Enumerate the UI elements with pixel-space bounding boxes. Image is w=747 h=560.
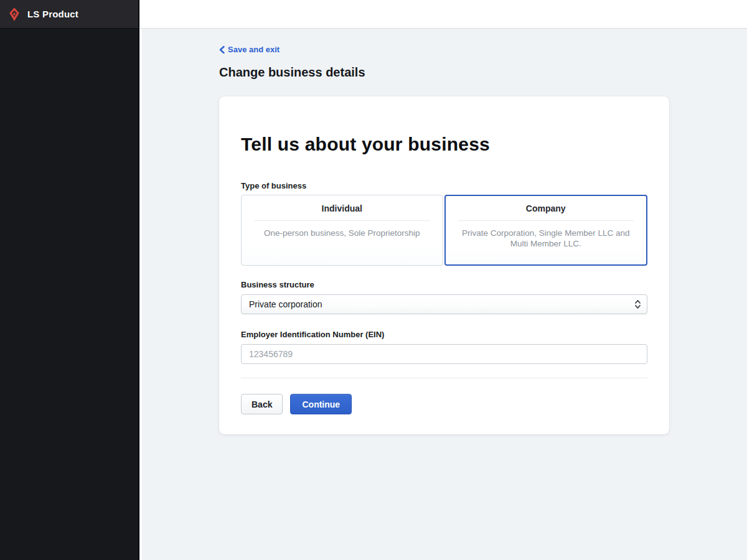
option-description: One-person business, Sole Proprietorship: [258, 228, 426, 238]
business-details-card: Tell us about your business Type of busi…: [219, 96, 669, 434]
option-description: Private Corporation, Single Member LLC a…: [462, 228, 631, 249]
button-row: Back Continue: [241, 394, 647, 414]
type-of-business-label: Type of business: [241, 181, 647, 190]
ein-input[interactable]: [241, 344, 647, 364]
option-divider: [254, 220, 430, 221]
card-heading: Tell us about your business: [241, 133, 647, 156]
save-and-exit-label: Save and exit: [228, 45, 280, 54]
option-title: Company: [446, 203, 647, 213]
page-title: Change business details: [219, 65, 365, 80]
save-and-exit-link[interactable]: Save and exit: [219, 45, 280, 54]
back-button[interactable]: Back: [241, 394, 283, 414]
chevron-left-icon: [219, 46, 225, 54]
ein-label: Employer Identification Number (EIN): [241, 330, 647, 339]
business-structure-value: Private corporation: [249, 299, 322, 309]
sidebar-header: LS Product: [0, 0, 138, 29]
content-area: Save and exit Change business details Te…: [141, 29, 747, 560]
option-card-individual[interactable]: Individual One-person business, Sole Pro…: [241, 195, 443, 266]
option-card-company[interactable]: Company Private Corporation, Single Memb…: [444, 195, 648, 266]
product-name: LS Product: [27, 9, 78, 19]
option-divider: [458, 220, 634, 221]
option-title: Individual: [242, 203, 443, 213]
sidebar: LS Product: [0, 0, 139, 560]
lightspeed-flame-icon: [7, 6, 21, 22]
topbar: [141, 0, 747, 29]
screen: LS Product Save and exit Change business…: [0, 0, 747, 560]
select-stepper-icon: [635, 300, 641, 309]
footer-divider: [241, 378, 647, 378]
continue-button[interactable]: Continue: [290, 394, 352, 414]
business-structure-label: Business structure: [241, 280, 647, 289]
business-structure-select[interactable]: Private corporation: [241, 294, 647, 314]
type-of-business-options: Individual One-person business, Sole Pro…: [241, 195, 647, 266]
